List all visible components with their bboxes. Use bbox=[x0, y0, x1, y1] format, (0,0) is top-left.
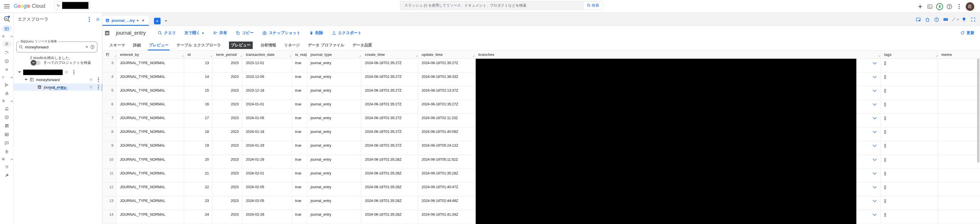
sql-translation-wrench-icon[interactable] bbox=[0, 172, 14, 178]
expand-row-chevron-icon[interactable] bbox=[873, 198, 877, 202]
tab-preview-highlighted-chip[interactable]: プレビュー bbox=[229, 42, 253, 49]
cloud-shell-icon[interactable] bbox=[925, 2, 935, 11]
delete-button[interactable]: 削除 bbox=[309, 30, 323, 35]
rail-section-migration[interactable]: 移 bbox=[0, 157, 14, 161]
export-button[interactable]: エクスポート bbox=[332, 30, 362, 35]
copy-button[interactable]: コピー bbox=[235, 30, 254, 35]
comment-icon[interactable] bbox=[0, 140, 14, 146]
tab-list-caret-icon[interactable] bbox=[165, 20, 167, 22]
expand-row-chevron-icon[interactable] bbox=[873, 171, 877, 175]
clear-search-icon[interactable]: × bbox=[84, 45, 90, 50]
expand-row-chevron-icon[interactable] bbox=[873, 143, 877, 147]
capacity-compass-icon[interactable] bbox=[0, 114, 14, 120]
star-icon[interactable]: ☆ bbox=[87, 77, 95, 82]
expander-icon[interactable] bbox=[18, 71, 21, 73]
column-resize-handle[interactable]: ∕∕ bbox=[211, 55, 212, 58]
column-resize-handle[interactable]: ∕∕ bbox=[305, 55, 306, 58]
monitoring-chart-icon[interactable] bbox=[0, 106, 14, 112]
expand-row-chevron-icon[interactable] bbox=[873, 212, 877, 216]
expand-row-chevron-icon[interactable] bbox=[873, 74, 877, 78]
column-resize-handle[interactable]: ∕∕ bbox=[417, 55, 417, 58]
hamburger-menu-icon[interactable] bbox=[4, 4, 10, 9]
new-tab-button[interactable]: + bbox=[154, 18, 161, 24]
expand-row-chevron-icon[interactable] bbox=[873, 130, 877, 133]
open-in-button[interactable]: 次で開く bbox=[185, 30, 204, 35]
column-resize-handle[interactable]: ∕∕ bbox=[473, 55, 474, 58]
search-all-projects-toggle[interactable] bbox=[31, 61, 41, 65]
job-history-clock-icon[interactable] bbox=[0, 58, 14, 64]
project-selector[interactable] bbox=[54, 1, 91, 10]
column-resize-handle[interactable]: ∕∕ bbox=[290, 55, 291, 58]
tree-row-project[interactable]: ☆ bbox=[14, 69, 102, 76]
node-kebab-icon[interactable] bbox=[95, 85, 102, 90]
query-button[interactable]: クエリ bbox=[158, 30, 176, 35]
show-more-link[interactable]: さらに表示 bbox=[49, 86, 68, 91]
star-icon[interactable]: ☆ bbox=[87, 85, 95, 90]
resource-search-input[interactable] bbox=[25, 45, 84, 49]
security-lock-icon[interactable] bbox=[0, 90, 14, 96]
bigquery-logo-icon[interactable] bbox=[0, 14, 14, 23]
vertical-scrollbar[interactable] bbox=[977, 59, 979, 163]
expand-row-chevron-icon[interactable] bbox=[873, 88, 877, 92]
collapse-panel-icon[interactable] bbox=[94, 14, 102, 24]
editor-tab-journal-entry[interactable]: journal_...try × bbox=[102, 16, 149, 26]
tab-table-explorer[interactable]: テーブル エクスプローラ bbox=[173, 40, 225, 50]
expand-row-chevron-icon[interactable] bbox=[873, 157, 877, 161]
more-options-kebab-icon[interactable] bbox=[954, 2, 964, 11]
data-transfers-icon[interactable] bbox=[0, 41, 14, 47]
keyboard-shortcuts-icon[interactable] bbox=[941, 16, 950, 23]
node-kebab-icon[interactable] bbox=[95, 77, 102, 82]
tab-preview-active[interactable]: プレビュー bbox=[145, 40, 173, 50]
search-help-icon[interactable] bbox=[90, 45, 95, 49]
tab-details[interactable]: 詳細 bbox=[129, 40, 145, 50]
node-kebab-icon[interactable] bbox=[70, 70, 78, 75]
sql-workspace-icon[interactable] bbox=[0, 26, 14, 32]
reservations-grid-icon[interactable] bbox=[0, 131, 14, 138]
column-resize-handle[interactable]: ∕∕ bbox=[879, 55, 880, 58]
column-resize-handle[interactable]: ∕∕ bbox=[241, 55, 242, 58]
lightbulb-icon[interactable] bbox=[959, 16, 969, 23]
magic-wand-icon[interactable] bbox=[950, 16, 959, 23]
column-resize-handle[interactable]: ∕∕ bbox=[936, 55, 937, 58]
expander-icon[interactable] bbox=[24, 79, 28, 80]
user-avatar[interactable]: 匠 bbox=[966, 2, 974, 11]
data-policies-icon[interactable] bbox=[0, 82, 14, 88]
expand-row-chevron-icon[interactable] bbox=[873, 116, 877, 120]
tree-row-dataset[interactable]: moneyforward ☆ bbox=[14, 76, 102, 83]
assessment-list-icon[interactable] bbox=[0, 163, 14, 170]
tab-lineage[interactable]: リネージ bbox=[280, 40, 304, 50]
google-cloud-logo[interactable]: GoogleCloud bbox=[14, 3, 45, 9]
bi-engine-blocks-icon[interactable] bbox=[0, 123, 14, 129]
explorer-kebab-icon[interactable] bbox=[85, 14, 94, 24]
tab-data-quality[interactable]: データ品質 bbox=[348, 40, 376, 50]
tab-caret-icon[interactable] bbox=[137, 20, 139, 21]
expand-row-chevron-icon[interactable] bbox=[873, 61, 877, 64]
tab-insights[interactable]: 分析情報 bbox=[257, 40, 280, 50]
snapshot-button[interactable]: スナップショット bbox=[262, 30, 301, 35]
info-icon[interactable] bbox=[932, 16, 941, 23]
tab-data-profile[interactable]: データ プロファイル bbox=[304, 40, 348, 50]
rail-section-governance[interactable]: ナ bbox=[0, 75, 14, 79]
star-icon[interactable]: ☆ bbox=[63, 70, 70, 75]
query-history-icon[interactable] bbox=[0, 66, 14, 73]
global-search-button[interactable]: 検索 bbox=[583, 2, 603, 10]
help-icon[interactable] bbox=[945, 2, 954, 11]
rail-section-analysis[interactable]: 分 bbox=[0, 34, 14, 38]
column-resize-handle[interactable]: ∕∕ bbox=[360, 55, 361, 58]
diamond-icon[interactable] bbox=[0, 148, 14, 155]
fullscreen-icon[interactable] bbox=[969, 16, 978, 23]
column-resize-handle[interactable]: ∕∕ bbox=[182, 55, 183, 58]
global-search-input[interactable] bbox=[401, 3, 583, 8]
expand-row-chevron-icon[interactable] bbox=[873, 102, 877, 106]
expand-row-chevron-icon[interactable] bbox=[873, 184, 877, 189]
close-tab-icon[interactable]: × bbox=[142, 18, 145, 23]
share-button[interactable]: 共有 bbox=[213, 30, 227, 35]
tab-schema[interactable]: スキーマ bbox=[105, 40, 129, 50]
notifications-badge[interactable]: 8 bbox=[935, 2, 945, 11]
rail-section-administration[interactable]: 管 bbox=[0, 99, 14, 103]
wand-caret-icon[interactable] bbox=[957, 19, 959, 20]
column-resize-handle[interactable]: ∕∕ bbox=[115, 55, 116, 58]
scheduled-queries-icon[interactable] bbox=[0, 49, 14, 56]
split-panel-icon[interactable] bbox=[913, 16, 923, 23]
gemini-sparkle-icon[interactable] bbox=[915, 2, 925, 11]
